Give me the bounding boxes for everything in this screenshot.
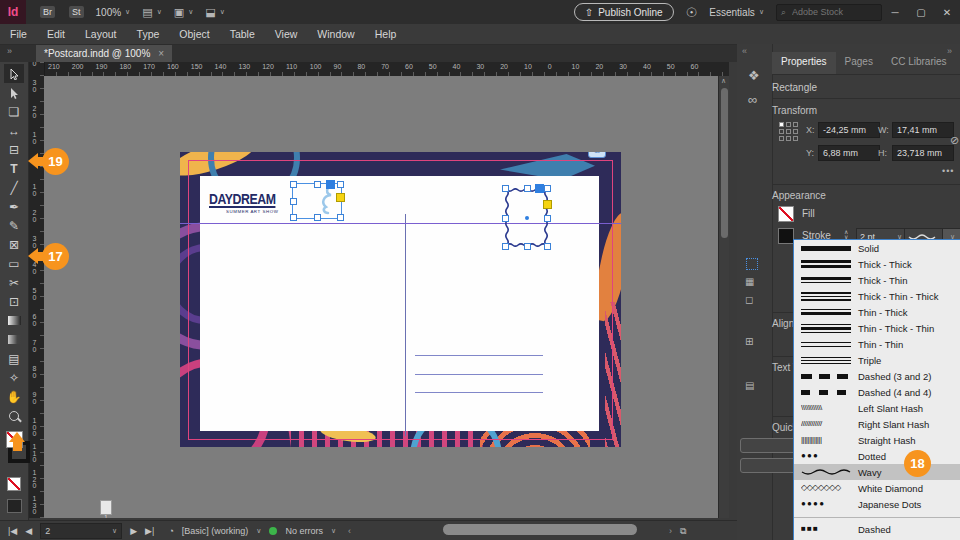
document-tab[interactable]: *Postcard.indd @ 100% ×	[36, 45, 172, 62]
menu-edit[interactable]: Edit	[37, 28, 75, 40]
constrain-proportions-icon[interactable]: ⊘	[950, 134, 959, 147]
selection-handle-active[interactable]	[326, 180, 335, 189]
default-fill-stroke-icon[interactable]	[7, 477, 21, 491]
menu-file[interactable]: File	[0, 28, 37, 40]
frame-tool[interactable]: ⊠	[4, 235, 24, 254]
zoom-level-select[interactable]: 100%∨	[96, 7, 131, 18]
w-field[interactable]: 17,41 mm	[892, 122, 954, 138]
stroke-style-item-thin-thick-thin[interactable]: Thin - Thick - Thin	[794, 320, 960, 336]
stock-button[interactable]: St	[69, 6, 84, 18]
selection-handle[interactable]	[337, 214, 344, 221]
stroke-style-item-thin-thick[interactable]: Thin - Thick	[794, 304, 960, 320]
pages-panel-icon[interactable]: ❖	[748, 68, 760, 83]
toolbar-collapse-icon[interactable]: »	[7, 46, 12, 56]
stroke-style-item-straight-hash[interactable]: |||||||||||||Straight Hash	[794, 432, 960, 448]
stroke-style-item-solid[interactable]: Solid	[794, 240, 960, 256]
line-tool[interactable]: ╱	[4, 178, 24, 197]
tab-pages[interactable]: Pages	[836, 52, 882, 74]
stroke-style-item-thin-thin[interactable]: Thin - Thin	[794, 336, 960, 352]
hand-tool[interactable]: ✋	[4, 387, 24, 406]
stroke-style-item-dashed-4-and-4-[interactable]: Dashed (4 and 4)	[794, 384, 960, 400]
gradient-swatch-tool[interactable]	[4, 311, 24, 330]
stroke-style-item-thick-thin[interactable]: Thick - Thin	[794, 272, 960, 288]
adobe-stock-search[interactable]: ⌕	[776, 4, 882, 21]
canvas[interactable]: DAYDREAM SUMMER ART SHOW	[44, 76, 729, 518]
horizontal-scrollbar-thumb[interactable]	[443, 524, 637, 535]
scroll-up-icon[interactable]: ∧	[721, 77, 726, 85]
spread-view-icon[interactable]: ⧉	[680, 526, 686, 537]
selection-handle[interactable]	[524, 243, 531, 250]
close-button[interactable]: ✕	[934, 7, 960, 18]
menu-layout[interactable]: Layout	[75, 28, 127, 40]
note-tool[interactable]: ▤	[4, 349, 24, 368]
pencil-tool[interactable]: ✎	[4, 216, 24, 235]
vertical-scrollbar[interactable]: ∧	[718, 76, 729, 518]
page-number-select[interactable]: 2 ∨	[40, 523, 122, 539]
selection-handle-active[interactable]	[535, 184, 544, 193]
menu-table[interactable]: Table	[220, 28, 265, 40]
corner-edit-handle[interactable]	[336, 193, 345, 202]
h-field[interactable]: 23,718 mm	[892, 145, 954, 161]
preflight-status[interactable]: No errors	[285, 526, 323, 536]
selection-handle[interactable]	[314, 181, 321, 188]
stroke-style-item-thick-thin-thick[interactable]: Thick - Thin - Thick	[794, 288, 960, 304]
x-field[interactable]: -24,25 mm	[818, 122, 880, 138]
preflight-profile[interactable]: [Basic] (working)	[182, 526, 249, 536]
last-page-button[interactable]: ▶|	[145, 526, 154, 536]
direct-selection-tool[interactable]	[4, 83, 24, 102]
bridge-button[interactable]: Br	[40, 6, 55, 18]
scroll-right-icon[interactable]: ›	[669, 526, 672, 536]
selection-handle[interactable]	[290, 198, 297, 205]
selection-tool[interactable]	[4, 64, 24, 83]
selection-handle[interactable]	[524, 185, 531, 192]
logo-selection-frame[interactable]	[292, 183, 342, 219]
color-theme-tool[interactable]: ✧	[4, 368, 24, 387]
stamp-frame[interactable]	[505, 188, 548, 247]
postcard-spread[interactable]: DAYDREAM SUMMER ART SHOW	[180, 152, 621, 447]
maximize-button[interactable]: ▢	[908, 7, 934, 18]
text-wrap-icon[interactable]: ▤	[745, 380, 754, 391]
search-input[interactable]	[790, 6, 877, 18]
pen-tool[interactable]: ✒	[4, 197, 24, 216]
selection-handle[interactable]	[502, 185, 509, 192]
tab-close-icon[interactable]: ×	[158, 48, 164, 59]
tab-properties[interactable]: Properties	[772, 52, 836, 74]
tab-cc-libraries[interactable]: CC Libraries	[882, 52, 956, 74]
arrange-documents-menu[interactable]: ⬓ ∨	[205, 6, 225, 19]
next-page-button[interactable]: ▶	[130, 526, 137, 536]
reference-point-grid[interactable]	[779, 122, 798, 141]
link-badge-icon[interactable]: ∞	[588, 152, 606, 158]
stroke-color-swatch[interactable]	[778, 228, 794, 244]
selection-handle[interactable]	[314, 214, 321, 221]
menu-type[interactable]: Type	[127, 28, 170, 40]
stroke-style-item-dotted[interactable]: ● ● ●Dotted	[794, 448, 960, 464]
stroke-style-item-japanese-dots[interactable]: ● ● ● ●Japanese Dots	[794, 496, 960, 512]
selection-handle[interactable]	[544, 243, 551, 250]
prev-page-button[interactable]: ◀	[25, 526, 32, 536]
vertical-scrollbar-thumb[interactable]	[721, 88, 728, 238]
page-tool[interactable]: ❏	[4, 102, 24, 121]
stroke-style-item-triple[interactable]: Triple	[794, 352, 960, 368]
corner-options-icon[interactable]: ◻	[745, 294, 753, 305]
screen-mode-menu[interactable]: ▣ ∨	[174, 6, 194, 19]
menu-object[interactable]: Object	[169, 28, 219, 40]
selection-handle[interactable]	[290, 214, 297, 221]
selection-handle[interactable]	[502, 215, 509, 222]
stroke-style-item-dashed[interactable]: ■ ■ ■Dashed	[794, 521, 960, 537]
menu-window[interactable]: Window	[307, 28, 364, 40]
more-options-icon[interactable]: •••	[942, 166, 954, 176]
gradient-feather-tool[interactable]	[4, 330, 24, 349]
publish-online-button[interactable]: ⇧ Publish Online	[574, 3, 674, 21]
free-transform-tool[interactable]: ⊡	[4, 292, 24, 311]
screen-mode-button[interactable]	[7, 499, 22, 513]
selection-handle[interactable]	[502, 243, 509, 250]
stroke-style-item-thick-thick[interactable]: Thick - Thick	[794, 256, 960, 272]
stroke-style-item-wavy[interactable]: Wavy	[794, 464, 960, 480]
grid-options-icon[interactable]: ▦	[745, 276, 754, 287]
stroke-style-item-right-slant-hash[interactable]: ////////////Right Slant Hash	[794, 416, 960, 432]
zoom-tool[interactable]	[4, 406, 24, 425]
type-tool[interactable]: T	[4, 159, 24, 178]
view-options-menu[interactable]: ▤ ∨	[142, 6, 162, 19]
selection-handle[interactable]	[544, 185, 551, 192]
scroll-left-icon[interactable]: ‹	[348, 526, 351, 536]
